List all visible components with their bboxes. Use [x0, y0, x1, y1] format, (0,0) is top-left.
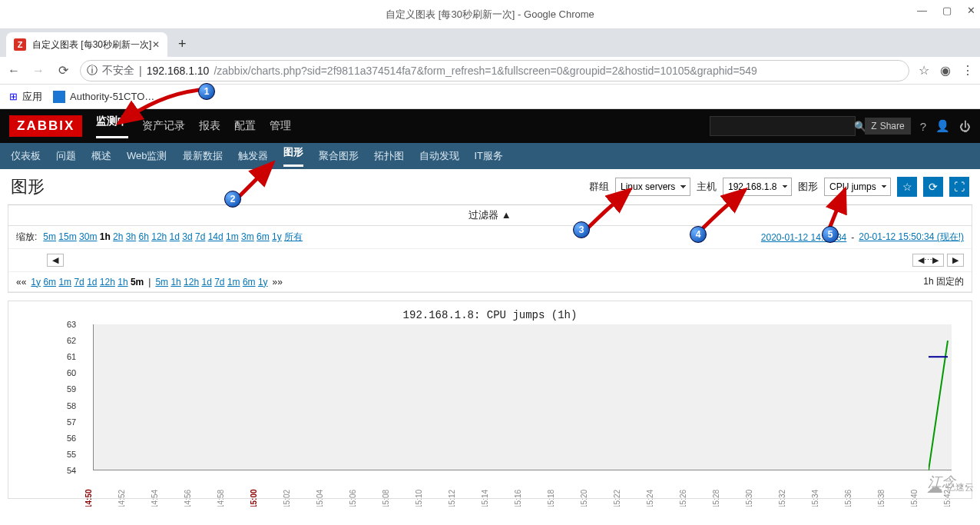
search-input[interactable] — [710, 121, 849, 132]
shift-left-option[interactable]: 1m — [58, 277, 71, 287]
subnav-itservices[interactable]: IT服务 — [475, 149, 504, 163]
apps-button[interactable]: ⊞ 应用 — [9, 90, 42, 104]
host-label: 主机 — [697, 180, 717, 194]
y-tick-label: 62 — [67, 336, 76, 345]
zoom-option[interactable]: 1y — [272, 231, 282, 242]
shift-right-option[interactable]: 1h — [171, 277, 180, 287]
subnav-dashboard[interactable]: 仪表板 — [11, 149, 41, 163]
subnav-maps[interactable]: 拓扑图 — [374, 149, 404, 163]
logout-icon[interactable]: ⏻ — [959, 120, 971, 133]
subnav-overview[interactable]: 概述 — [91, 149, 111, 163]
zoom-option[interactable]: 1m — [226, 231, 239, 242]
profile-avatar-icon[interactable]: ◉ — [940, 63, 951, 78]
share-button[interactable]: ZShare — [865, 118, 910, 135]
shift-left-option[interactable]: 1h — [118, 277, 127, 287]
chart-plot: 5455565758596061626314:5014:5214:5414:56… — [51, 324, 959, 493]
help-icon[interactable]: ? — [920, 120, 926, 133]
shift-left-option[interactable]: 7d — [74, 277, 84, 287]
window-maximize-icon[interactable]: ▢ — [942, 5, 952, 16]
graph-select[interactable]: CPU jumps — [824, 178, 891, 196]
shift-left-option[interactable]: 1y — [31, 277, 41, 287]
zoom-option[interactable]: 12h — [151, 231, 167, 242]
cloud-icon: ☁ — [926, 477, 943, 497]
subnav-latest[interactable]: 最新数据 — [183, 149, 223, 163]
search-box: 🔍 — [710, 116, 856, 136]
window-minimize-icon[interactable]: — — [917, 5, 927, 16]
main-menu-reports[interactable]: 报表 — [199, 119, 220, 133]
group-select[interactable]: Linux servers — [615, 178, 690, 196]
reload-button[interactable]: ⟳ — [55, 63, 71, 78]
tab-close-icon[interactable]: ✕ — [152, 39, 160, 50]
zoom-option[interactable]: 3d — [182, 231, 192, 242]
shift-right-option[interactable]: 1m — [227, 277, 240, 287]
zoom-option[interactable]: 6h — [139, 231, 149, 242]
url-host: 192.168.1.10 — [147, 65, 210, 77]
subnav-screens[interactable]: 聚合图形 — [319, 149, 359, 163]
zoom-option[interactable]: 6m — [257, 231, 270, 242]
user-icon[interactable]: 👤 — [935, 119, 950, 133]
zoom-option[interactable]: 所有 — [284, 231, 303, 242]
watermark-brand: ☁亿速云 — [926, 477, 974, 497]
window-close-icon[interactable]: ✕ — [967, 5, 975, 16]
subnav-discovery[interactable]: 自动发现 — [419, 149, 459, 163]
main-menu-monitoring[interactable]: 监测中 — [96, 115, 128, 138]
shift-left-option[interactable]: 12h — [100, 277, 115, 287]
host-select[interactable]: 192.168.1.8 — [723, 178, 792, 196]
bookmark-star-icon[interactable]: ☆ — [919, 63, 929, 78]
main-menu-config[interactable]: 配置 — [234, 119, 256, 133]
shift-left-option[interactable]: 1d — [87, 277, 97, 287]
zoom-option[interactable]: 3h — [126, 231, 136, 242]
subnav-problems[interactable]: 问题 — [56, 149, 76, 163]
browser-tab[interactable]: Z 自定义图表 [每30秒刷新一次] ✕ — [6, 32, 167, 57]
x-tick-label: 14:50 — [84, 489, 93, 507]
zoom-option[interactable]: 5m — [43, 231, 56, 242]
time-range-button[interactable]: ◀⋯▶ — [912, 254, 944, 267]
window-title: 自定义图表 [每30秒刷新一次] - Google Chrome — [386, 8, 594, 22]
fixed-text: 固定的 — [936, 276, 964, 287]
bookmark-item[interactable]: Authority-51CTO… — [53, 91, 154, 103]
shift-right-option[interactable]: 1d — [201, 277, 211, 287]
shift-right-option[interactable]: 5m — [155, 277, 168, 287]
x-tick-label: 15:38 — [877, 490, 886, 507]
time-prev-button[interactable]: ◀ — [47, 254, 64, 267]
zoom-option[interactable]: 3m — [241, 231, 254, 242]
new-tab-button[interactable]: + — [171, 32, 194, 57]
zoom-option[interactable]: 15m — [58, 231, 76, 242]
back-button[interactable]: ← — [6, 64, 22, 78]
filter-toggle[interactable]: 过滤器 ▲ — [8, 205, 972, 226]
fullscreen-button[interactable]: ⛶ — [949, 177, 969, 197]
zoom-option[interactable]: 1d — [170, 231, 180, 242]
favorite-button[interactable]: ☆ — [897, 177, 917, 197]
zoom-option[interactable]: 14d — [208, 231, 223, 242]
refresh-button[interactable]: ⟳ — [923, 177, 943, 197]
time-to[interactable]: 20-01-12 15:50:34 (现在!) — [859, 231, 964, 244]
chrome-menu-icon[interactable]: ⋮ — [962, 63, 974, 78]
time-next-button[interactable]: ▶ — [947, 254, 964, 267]
shift-left-option[interactable]: 5m — [131, 277, 144, 287]
zabbix-subnav: 仪表板 问题 概述 Web监测 最新数据 触发器 图形 聚合图形 拓扑图 自动发… — [0, 143, 980, 169]
chart-container: 192.168.1.8: CPU jumps (1h) 545556575859… — [8, 301, 972, 499]
x-tick-label: 15:24 — [646, 490, 654, 507]
zoom-option[interactable]: 30m — [79, 231, 97, 242]
chart-title: 192.168.1.8: CPU jumps (1h) — [13, 306, 967, 324]
shift-right-option[interactable]: 1y — [258, 277, 268, 287]
shift-right-option[interactable]: 6m — [243, 277, 256, 287]
zoom-option[interactable]: 1h — [100, 231, 111, 242]
subnav-graphs[interactable]: 图形 — [283, 145, 303, 167]
shift-left-option[interactable]: 6m — [43, 277, 56, 287]
main-menu-admin[interactable]: 管理 — [270, 119, 291, 133]
zabbix-logo[interactable]: ZABBIX — [9, 115, 82, 137]
forward-button[interactable]: → — [31, 64, 46, 78]
y-tick-label: 59 — [67, 384, 76, 394]
shift-right-option[interactable]: 7d — [214, 277, 224, 287]
url-field[interactable]: ⓘ 不安全 | 192.168.1.10/zabbix/charts.php?s… — [80, 60, 909, 81]
main-menu-inventory[interactable]: 资产记录 — [142, 119, 185, 133]
zoom-option[interactable]: 7d — [195, 231, 205, 242]
x-tick-label: 14:54 — [151, 490, 159, 507]
zoom-option[interactable]: 2h — [113, 231, 123, 242]
subnav-triggers[interactable]: 触发器 — [238, 149, 268, 163]
shift-right-option[interactable]: 12h — [184, 277, 199, 287]
subnav-web[interactable]: Web监测 — [127, 149, 167, 163]
x-tick-label: 14:58 — [217, 490, 225, 507]
x-tick-label: 14:56 — [184, 490, 192, 507]
